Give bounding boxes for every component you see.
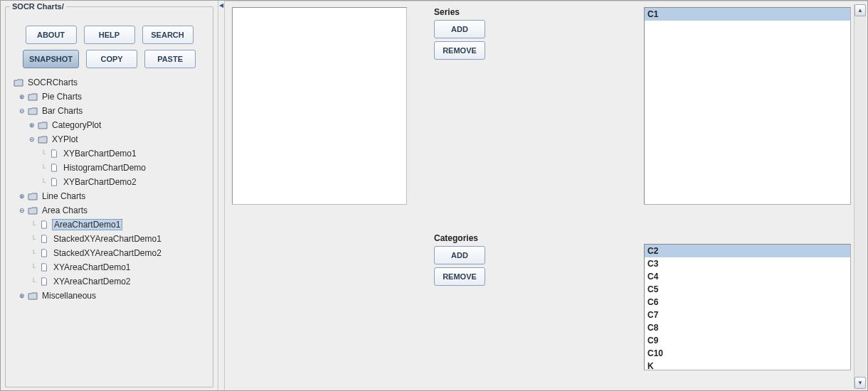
categories-add-button[interactable]: ADD	[434, 246, 485, 264]
search-button[interactable]: SEARCH	[142, 26, 194, 44]
file-icon	[38, 262, 50, 272]
button-row-2: SNAPSHOT COPY PASTE	[11, 50, 207, 68]
list-column: C1 C2 C3 C4 C5 C6 C7 C8 C9 C10 K	[644, 4, 854, 389]
list-item[interactable]: C10	[645, 347, 850, 360]
tree-label: Miscellaneous	[41, 291, 97, 301]
sidebar-fieldset: SOCR Charts/ ABOUT HELP SEARCH SNAPSHOT …	[5, 6, 213, 387]
tree-bar-charts[interactable]: ⊖ Bar Charts	[11, 104, 207, 118]
app-window: SOCR Charts/ ABOUT HELP SEARCH SNAPSHOT …	[0, 0, 868, 391]
splitter-collapse-left-icon[interactable]: ◀	[219, 2, 223, 9]
file-icon	[38, 220, 50, 230]
tree-area-charts[interactable]: ⊖ Area Charts	[11, 203, 207, 218]
scroll-up-button[interactable]: ▲	[854, 4, 866, 16]
series-add-button[interactable]: ADD	[434, 20, 485, 38]
sidebar-legend: SOCR Charts/	[10, 2, 66, 11]
folder-icon	[37, 120, 48, 130]
paste-button[interactable]: PASTE	[144, 50, 196, 68]
list-item[interactable]: C1	[645, 8, 850, 21]
series-remove-button[interactable]: REMOVE	[434, 41, 485, 60]
preview-column	[228, 4, 427, 389]
file-icon	[38, 277, 50, 286]
tree-label: HistogramChartDemo	[62, 163, 147, 173]
folder-icon	[37, 134, 48, 144]
file-icon	[48, 163, 60, 173]
collapse-toggle[interactable]: ⊖	[18, 107, 26, 114]
list-item[interactable]: C5	[645, 283, 850, 296]
list-item[interactable]: K	[645, 360, 850, 373]
tree-areademo1[interactable]: └AreaChartDemo1	[11, 218, 207, 232]
tree-root[interactable]: SOCRCharts	[11, 75, 207, 90]
file-icon	[48, 177, 60, 187]
tree-label: XYBarChartDemo2	[62, 177, 138, 187]
button-row-1: ABOUT HELP SEARCH	[11, 26, 207, 44]
list-item[interactable]: C6	[645, 296, 850, 309]
tree-elbow: └	[28, 264, 38, 272]
folder-icon	[27, 291, 38, 301]
categories-section: Categories ADD REMOVE	[434, 233, 637, 289]
vertical-scrollbar[interactable]: ▲ ▼	[854, 4, 866, 389]
main-panel: Series ADD REMOVE Categories ADD REMOVE …	[225, 1, 867, 390]
list-item[interactable]: C9	[645, 334, 850, 347]
tree-misc[interactable]: ⊕ Miscellaneous	[11, 289, 207, 303]
folder-icon	[27, 205, 38, 215]
categories-title: Categories	[434, 233, 637, 243]
help-button[interactable]: HELP	[84, 26, 135, 44]
copy-button[interactable]: COPY	[86, 50, 137, 68]
expand-toggle[interactable]: ⊕	[18, 292, 26, 299]
tree-label: XYPlot	[51, 134, 80, 144]
collapse-toggle[interactable]: ⊖	[18, 207, 26, 214]
tree-xyarea2[interactable]: └XYAreaChartDemo2	[11, 274, 207, 289]
folder-icon	[27, 106, 38, 116]
tree-histogram[interactable]: └HistogramChartDemo	[11, 161, 207, 175]
series-listbox[interactable]: C1	[644, 7, 851, 205]
tree-label: Bar Charts	[41, 106, 84, 116]
tree-label: XYAreaChartDemo1	[52, 262, 132, 272]
tree-label: CategoryPlot	[51, 120, 102, 130]
tree-categoryplot[interactable]: ⊕ CategoryPlot	[11, 118, 207, 132]
sidebar-panel: SOCR Charts/ ABOUT HELP SEARCH SNAPSHOT …	[1, 1, 218, 390]
tree-elbow: └	[38, 164, 48, 172]
categories-listbox[interactable]: C2 C3 C4 C5 C6 C7 C8 C9 C10 K	[644, 244, 851, 370]
tree-label: StackedXYAreaChartDemo1	[52, 234, 163, 244]
tree-stackedxy1[interactable]: └StackedXYAreaChartDemo1	[11, 232, 207, 246]
vertical-splitter[interactable]: ◀	[218, 1, 225, 390]
tree-stackedxy2[interactable]: └StackedXYAreaChartDemo2	[11, 246, 207, 260]
preview-canvas	[232, 7, 407, 205]
list-item[interactable]: C3	[645, 257, 850, 270]
list-item[interactable]: C4	[645, 270, 850, 283]
folder-icon	[13, 77, 24, 87]
tree-label: Pie Charts	[41, 92, 83, 102]
tree-elbow: └	[28, 278, 38, 286]
collapse-toggle[interactable]: ⊖	[28, 136, 36, 143]
tree-label: StackedXYAreaChartDemo2	[52, 248, 163, 258]
tree-xybar1[interactable]: └XYBarChartDemo1	[11, 146, 207, 161]
expand-toggle[interactable]: ⊕	[18, 93, 26, 100]
tree-label: AreaChartDemo1	[52, 219, 122, 230]
tree-label: XYBarChartDemo1	[62, 149, 138, 159]
list-item[interactable]: C8	[645, 321, 850, 334]
file-icon	[38, 248, 50, 258]
expand-toggle[interactable]: ⊕	[18, 193, 26, 200]
file-icon	[38, 234, 50, 244]
expand-toggle[interactable]: ⊕	[28, 122, 36, 129]
tree-line-charts[interactable]: ⊕ Line Charts	[11, 189, 207, 203]
folder-icon	[27, 191, 38, 201]
list-item[interactable]: C2	[645, 245, 850, 257]
scroll-down-button[interactable]: ▼	[854, 377, 866, 389]
tree-xyplot[interactable]: ⊖ XYPlot	[11, 132, 207, 146]
tree-elbow: └	[28, 250, 38, 257]
tree-label: Line Charts	[41, 191, 87, 201]
snapshot-button[interactable]: SNAPSHOT	[23, 50, 79, 68]
file-icon	[48, 149, 60, 159]
tree-elbow: └	[28, 235, 38, 243]
folder-icon	[27, 92, 38, 102]
tree-xyarea1[interactable]: └XYAreaChartDemo1	[11, 260, 207, 274]
categories-remove-button[interactable]: REMOVE	[434, 267, 485, 286]
charts-tree[interactable]: SOCRCharts ⊕ Pie Charts	[11, 75, 207, 303]
tree-root-label: SOCRCharts	[26, 77, 79, 87]
about-button[interactable]: ABOUT	[26, 26, 77, 44]
tree-xybar2[interactable]: └XYBarChartDemo2	[11, 175, 207, 189]
tree-pie-charts[interactable]: ⊕ Pie Charts	[11, 90, 207, 104]
list-item[interactable]: C7	[645, 309, 850, 321]
sidebar-button-rows: ABOUT HELP SEARCH SNAPSHOT COPY PASTE	[11, 26, 207, 68]
